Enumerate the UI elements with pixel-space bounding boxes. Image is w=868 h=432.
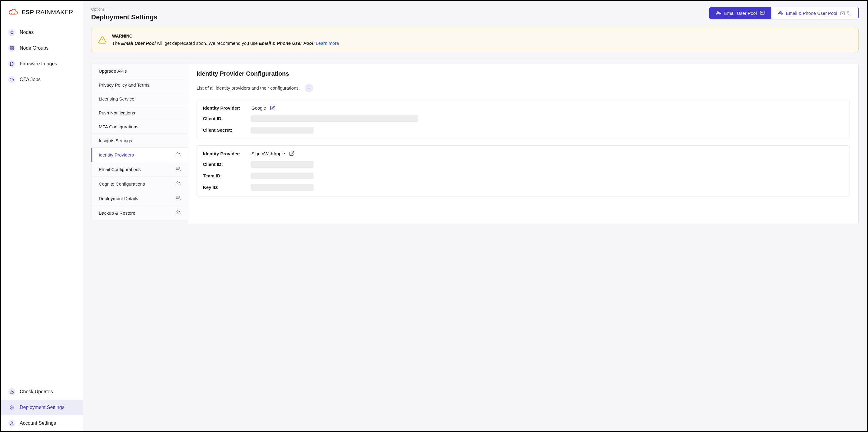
- mail-icon: [760, 10, 765, 16]
- field-label: Client ID:: [203, 162, 251, 167]
- warning-text: WARNING The Email User Pool will get dep…: [112, 33, 339, 47]
- redacted-value: [251, 161, 313, 168]
- sidebar-item-nodes[interactable]: Nodes: [1, 25, 83, 40]
- sidebar-item-firmware-images[interactable]: Firmware Images: [1, 56, 83, 72]
- field-value: [251, 127, 313, 133]
- settings-tab-deployment-details[interactable]: Deployment Details: [91, 191, 188, 206]
- field-label: Client Secret:: [203, 128, 251, 133]
- sidebar-item-label: Node Groups: [20, 45, 49, 51]
- users-icon: [716, 10, 721, 16]
- provider-name-text: Google: [251, 105, 266, 110]
- app-root: ESP RAINMAKER Nodes Node Groups: [0, 0, 868, 432]
- settings-tab-label: Privacy Policy and Terms: [99, 82, 149, 88]
- redacted-value: [251, 184, 313, 191]
- sidebar-item-label: OTA Jobs: [20, 77, 40, 82]
- alert-triangle-icon: [98, 36, 106, 44]
- add-provider-button[interactable]: [305, 84, 313, 92]
- svg-point-17: [177, 196, 178, 198]
- sidebar-item-label: Account Settings: [20, 421, 56, 426]
- svg-point-15: [177, 167, 178, 169]
- sidebar-item-deployment-settings[interactable]: Deployment Settings: [1, 400, 83, 416]
- users-icon: [176, 166, 181, 172]
- settings-tab-label: Deployment Details: [99, 196, 138, 201]
- sidebar-item-check-updates[interactable]: Check Updates: [1, 384, 83, 400]
- settings-tab-backup-restore[interactable]: Backup & Restore: [91, 206, 188, 220]
- phone-icon: [847, 11, 851, 16]
- redacted-value: [251, 127, 313, 133]
- sidebar-item-node-groups[interactable]: Node Groups: [1, 40, 83, 56]
- settings-tab-mfa-configurations[interactable]: MFA Configurations: [91, 120, 188, 134]
- field-value: [251, 172, 313, 179]
- tab-label: Email & Phone User Pool: [786, 10, 837, 16]
- settings-tab-insights-settings[interactable]: Insights Settings: [91, 134, 188, 148]
- field-value: [251, 115, 418, 122]
- field-label: Identity Provider:: [203, 105, 251, 110]
- svg-point-9: [11, 422, 13, 423]
- panel-title: Identity Provider Configurations: [196, 70, 850, 77]
- warning-banner: WARNING The Email User Pool will get dep…: [91, 28, 859, 52]
- svg-point-2: [14, 13, 15, 13]
- breadcrumb: Options: [91, 7, 157, 11]
- settings-tab-identity-providers[interactable]: Identity Providers: [91, 148, 188, 162]
- brand-logo: ESP RAINMAKER: [1, 1, 83, 25]
- main-content: Options Deployment Settings Email User P…: [83, 1, 867, 431]
- mail-icon: [840, 11, 845, 16]
- plus-icon: [307, 86, 311, 90]
- sidebar-nav: Nodes Node Groups Firmware Images: [1, 25, 83, 431]
- settings-tab-licensing-service[interactable]: Licensing Service: [91, 92, 188, 106]
- provider-row: Client Secret:: [203, 127, 843, 133]
- users-icon: [176, 196, 181, 201]
- settings-tab-email-configurations[interactable]: Email Configurations: [91, 162, 188, 177]
- tab-label: Email User Pool: [724, 10, 757, 16]
- settings-tab-label: MFA Configurations: [99, 124, 138, 129]
- settings-tab-label: Upgrade APIs: [99, 68, 127, 73]
- users-icon: [176, 181, 181, 187]
- provider-row: Client ID:: [203, 115, 843, 122]
- file-icon: [8, 60, 16, 67]
- gear-icon: [8, 404, 16, 411]
- provider-card-google: Identity Provider:GoogleClient ID:Client…: [196, 100, 850, 139]
- settings-tab-list: Upgrade APIsPrivacy Policy and TermsLice…: [91, 64, 188, 221]
- settings-tab-label: Backup & Restore: [99, 210, 135, 215]
- user-icon: [8, 420, 16, 427]
- field-value: Google: [251, 105, 275, 110]
- sidebar-item-account-settings[interactable]: Account Settings: [1, 416, 83, 431]
- provider-name-text: SignInWithApple: [251, 151, 285, 156]
- svg-rect-3: [11, 32, 13, 34]
- tab-email-user-pool[interactable]: Email User Pool: [710, 7, 771, 19]
- svg-rect-5: [12, 46, 13, 48]
- tab-email-phone-user-pool[interactable]: Email & Phone User Pool: [771, 7, 858, 19]
- users-icon: [778, 10, 783, 16]
- sidebar: ESP RAINMAKER Nodes Node Groups: [1, 1, 83, 431]
- settings-tab-privacy-policy-and-terms[interactable]: Privacy Policy and Terms: [91, 78, 188, 92]
- settings-tab-cognito-configurations[interactable]: Cognito Configurations: [91, 177, 188, 191]
- redacted-value: [251, 115, 418, 122]
- svg-point-16: [177, 181, 178, 183]
- edit-icon[interactable]: [289, 151, 294, 156]
- svg-point-0: [11, 13, 12, 13]
- settings-tab-push-notifications[interactable]: Push Notifications: [91, 106, 188, 120]
- field-label: Key ID:: [203, 185, 251, 190]
- tab-suffix-icons: [840, 11, 851, 16]
- svg-point-10: [717, 11, 719, 12]
- page-title: Deployment Settings: [91, 13, 157, 21]
- svg-point-12: [779, 11, 780, 12]
- edit-icon[interactable]: [270, 105, 275, 110]
- svg-rect-7: [12, 48, 13, 49]
- field-label: Client ID:: [203, 116, 251, 121]
- cpu-icon: [8, 29, 16, 36]
- settings-tab-label: Insights Settings: [99, 138, 132, 143]
- svg-rect-6: [10, 48, 11, 49]
- learn-more-link[interactable]: Learn more: [316, 40, 339, 46]
- sidebar-item-label: Nodes: [20, 30, 34, 35]
- users-icon: [176, 210, 181, 216]
- provider-list: Identity Provider:GoogleClient ID:Client…: [196, 100, 850, 197]
- sidebar-item-ota-jobs[interactable]: OTA Jobs: [1, 72, 83, 88]
- field-value: [251, 184, 313, 191]
- settings-tab-label: Email Configurations: [99, 167, 141, 172]
- svg-point-18: [177, 211, 178, 212]
- cloud-icon: [8, 76, 16, 83]
- settings-tab-upgrade-apis[interactable]: Upgrade APIs: [91, 64, 188, 78]
- redacted-value: [251, 172, 313, 179]
- provider-row: Team ID:: [203, 172, 843, 179]
